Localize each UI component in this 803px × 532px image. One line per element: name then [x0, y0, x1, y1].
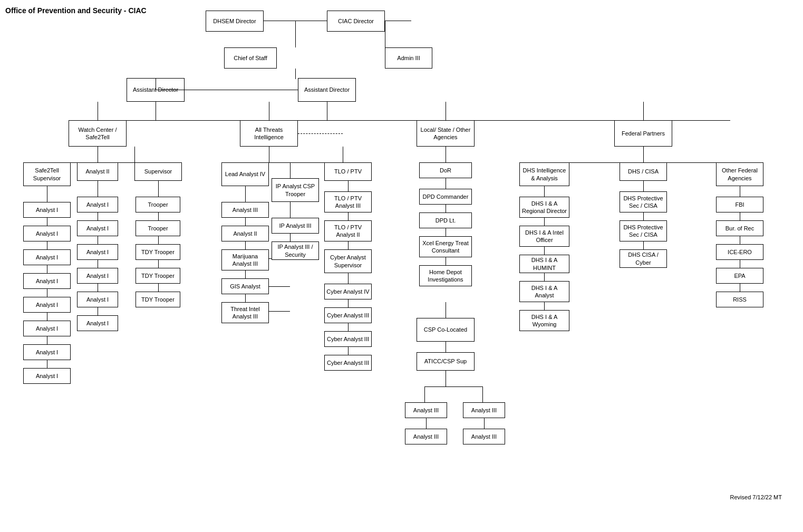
cyber-analyst-supervisor-box: Cyber Analyst Supervisor — [324, 249, 372, 273]
conn-v-st-a4 — [47, 289, 47, 297]
conn-v-at-ma — [245, 270, 246, 278]
conn-v-ip-csp — [290, 162, 291, 178]
tdy-trooper-1-box: TDY Trooper — [136, 244, 180, 260]
riss-box: RISS — [716, 292, 763, 307]
cyber-analyst-iii-3-box: Cyber Analyst III — [324, 355, 372, 371]
tdy-trooper-3-box: TDY Trooper — [136, 292, 180, 307]
conn-v-top-chief — [295, 21, 296, 47]
conn-v-home-depot — [446, 257, 446, 265]
analyst-iii-a2-box: Analyst III — [463, 402, 505, 418]
conn-h-supervisor — [98, 162, 134, 163]
conn-v-fbi — [740, 212, 740, 220]
ip-analyst-iii-box: IP Analyst III — [272, 218, 319, 234]
conn-v-a3-1-down — [426, 418, 427, 429]
conn-v-wc-al3 — [98, 260, 98, 268]
dhs-ia-humint-box: DHS I & A HUMINT — [519, 255, 569, 273]
lead-analyst-iv-box: Lead Analyst IV — [221, 162, 269, 186]
conn-v-dpd-lt — [446, 205, 446, 212]
conn-v-asst-left — [156, 78, 156, 90]
conn-v-st-a2 — [47, 241, 47, 249]
conn-v-trooper1 — [158, 212, 159, 220]
analyst-i-st-1: Analyst I — [23, 202, 71, 218]
supervisor-box: Supervisor — [134, 162, 182, 181]
conn-v-bur — [740, 236, 740, 244]
page-title: Office of Prevention and Security - CIAC — [5, 6, 147, 15]
conn-v-other-chain — [740, 186, 740, 197]
csp-colocated-box: CSP Co-Located — [417, 318, 475, 342]
conn-v-st-a7 — [47, 360, 47, 368]
trooper-2-box: Trooper — [136, 220, 180, 236]
analyst-i-wc-1: Analyst I — [77, 197, 118, 212]
conn-v-tdytrooper1 — [158, 260, 159, 268]
conn-v-tlo — [343, 147, 343, 162]
conn-v-st-a5 — [47, 313, 47, 321]
trooper-1-box: Trooper — [136, 197, 180, 212]
conn-v-aticc-down — [446, 371, 446, 386]
dhs-ia-analyst-box: DHS I & A Analyst — [519, 281, 569, 302]
other-federal-box: Other Federal Agencies — [716, 162, 763, 186]
home-depot-box: Home Depot Investigations — [419, 265, 472, 286]
conn-v-ice — [740, 260, 740, 268]
marijuana-analyst-box: Marijuana Analyst III — [221, 249, 269, 270]
conn-v-federal — [643, 102, 644, 120]
conn-v-dhscisa-r1 — [643, 212, 644, 220]
dhs-intelligence-box: DHS Intelligence & Analysis — [519, 162, 569, 186]
conn-v-at-a3 — [245, 218, 246, 226]
conn-v-a3-right — [482, 386, 483, 402]
analyst-i-st-2: Analyst I — [23, 226, 71, 241]
conn-v-dhsia-r3 — [544, 273, 545, 281]
analyst-iii-a1-box: Analyst III — [405, 402, 447, 418]
conn-v-wc-al2 — [98, 236, 98, 244]
analyst-i-st-5: Analyst I — [23, 297, 71, 313]
conn-v-csp-colocated — [446, 302, 446, 318]
gis-analyst-box: GIS Analyst — [221, 278, 269, 294]
dpd-commander-box: DPD Commander — [419, 189, 472, 205]
tdy-trooper-2-box: TDY Trooper — [136, 268, 180, 284]
conn-v-tdytrooper2 — [158, 284, 159, 292]
dhs-protective-cisa-1-box: DHS Protective Sec / CISA — [620, 191, 667, 212]
conn-v-epa — [740, 284, 740, 292]
analyst-i-st-3: Analyst I — [23, 249, 71, 265]
conn-v-la-down — [245, 186, 246, 202]
all-threats-box: All Threats Intelligence — [240, 120, 298, 147]
analyst-i-wc-2: Analyst I — [77, 220, 118, 236]
conn-v-dhscisa-r2 — [643, 241, 644, 249]
tlo-ptv-analyst-ii-box: TLO / PTV Analyst II — [324, 220, 372, 241]
conn-v-at-a2 — [245, 241, 246, 249]
conn-v-st-a3 — [47, 265, 47, 273]
conn-v-tlo-a2 — [348, 241, 349, 249]
conn-v-st-down — [47, 186, 47, 202]
local-state-box: Local/ State / Other Agencies — [417, 120, 475, 147]
conn-v-local — [446, 102, 446, 120]
conn-v-dor-down — [446, 178, 446, 189]
conn-v-wc-al5 — [98, 307, 98, 315]
conn-v-asst-center-down — [327, 102, 327, 120]
conn-v-aticc — [446, 342, 446, 352]
ip-analyst-iii-sec-box: IP Analyst III / Security — [272, 241, 319, 260]
analyst-iii-1-box: Analyst III — [221, 202, 269, 218]
tlo-ptv-analyst-iii-box: TLO / PTV Analyst III — [324, 191, 372, 212]
threat-intel-box: Threat Intel Analyst III — [221, 302, 269, 323]
epa-box: EPA — [716, 268, 763, 284]
conn-v-st-a1 — [47, 218, 47, 226]
conn-v-at-gis — [245, 294, 246, 302]
conn-v-ls-down — [446, 147, 446, 162]
conn-v-wc-analyst-chain — [98, 181, 98, 197]
analyst-iii-a4-box: Analyst III — [463, 429, 505, 444]
conn-v-a3-left — [424, 386, 425, 402]
org-chart-page: Office of Prevention and Security - CIAC… — [0, 0, 803, 532]
conn-v-dhsia-r1 — [544, 218, 545, 226]
conn-v-dhsia-r2 — [544, 247, 545, 255]
conn-v-ip3-2 — [290, 234, 291, 241]
conn-v-trooper2 — [158, 236, 159, 244]
conn-h-assistants — [156, 90, 298, 90]
conn-v-allthreats — [269, 102, 269, 120]
conn-dash-at-tlo — [298, 133, 343, 134]
dor-box: DoR — [419, 162, 472, 178]
analyst-ii-wc-box: Analyst II — [77, 162, 118, 181]
dhs-ia-regional-box: DHS I & A Regional Director — [519, 197, 569, 218]
cyber-analyst-iii-2-box: Cyber Analyst III — [324, 331, 372, 347]
conn-v-dhsia-chain — [544, 186, 545, 197]
ice-ero-box: ICE-ERO — [716, 244, 763, 260]
conn-v-cyber-iii2 — [348, 347, 349, 355]
